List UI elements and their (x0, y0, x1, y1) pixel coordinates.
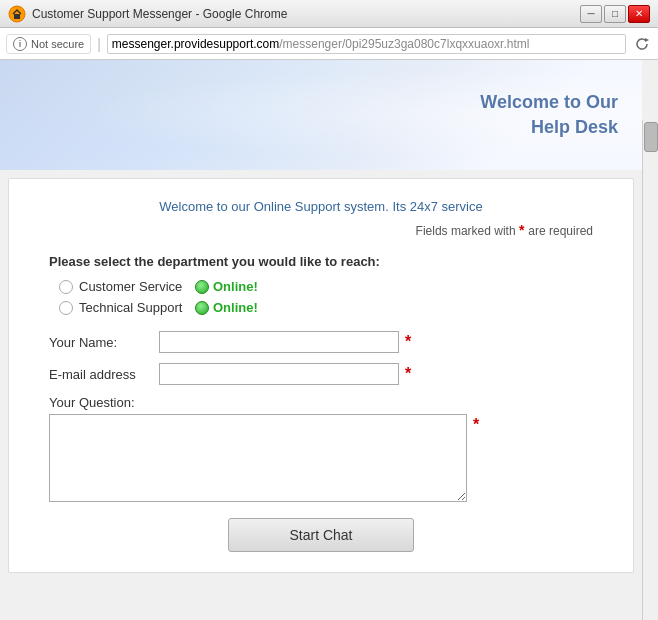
form-area: Welcome to our Online Support system. It… (8, 178, 634, 573)
email-label: E-mail address (49, 367, 159, 382)
scroll-thumb[interactable] (644, 122, 658, 152)
name-label: Your Name: (49, 335, 159, 350)
question-required-star: * (473, 416, 479, 434)
radio-technical-support[interactable] (59, 301, 73, 315)
reload-icon[interactable] (632, 34, 652, 54)
question-label: Your Question: (49, 395, 593, 410)
content-wrapper: Welcome to Our Help Desk Welcome to our … (0, 60, 642, 581)
banner: Welcome to Our Help Desk (0, 60, 642, 170)
url-path: /messenger/0pi295uz3ga080c7lxqxxuaoxr.ht… (279, 37, 529, 51)
email-required-star: * (405, 365, 411, 383)
svg-marker-2 (645, 38, 649, 42)
close-button[interactable]: ✕ (628, 5, 650, 23)
online-text-cs: Online! (213, 279, 258, 294)
title-bar: Customer Support Messenger - Google Chro… (0, 0, 658, 28)
required-note: Fields marked with * are required (49, 222, 593, 238)
dept-row-customer-service: Customer Service Online! (59, 279, 593, 294)
question-input-row: * (49, 414, 593, 502)
url-bar[interactable]: messenger.providesupport.com/messenger/0… (107, 34, 626, 54)
required-suffix: are required (528, 224, 593, 238)
security-label: Not secure (31, 38, 84, 50)
online-indicator-ts: Online! (195, 300, 258, 315)
app-icon (8, 5, 26, 23)
department-label: Please select the department you would l… (49, 254, 593, 269)
welcome-text: Welcome to our Online Support system. It… (49, 199, 593, 214)
radio-customer-service[interactable] (59, 280, 73, 294)
email-input[interactable] (159, 363, 399, 385)
dept-row-technical-support: Technical Support Online! (59, 300, 593, 315)
question-textarea[interactable] (49, 414, 467, 502)
title-bar-left: Customer Support Messenger - Google Chro… (8, 5, 287, 23)
department-options: Customer Service Online! Technical Suppo… (59, 279, 593, 315)
green-dot-ts (195, 301, 209, 315)
dept-name-technical-support: Technical Support (79, 300, 189, 315)
info-icon: i (13, 37, 27, 51)
minimize-button[interactable]: ─ (580, 5, 602, 23)
browser-viewport: Welcome to Our Help Desk Welcome to our … (0, 60, 658, 581)
start-chat-button[interactable]: Start Chat (228, 518, 413, 552)
question-area: Your Question: * (49, 395, 593, 502)
required-star: * (519, 222, 528, 238)
separator: | (97, 36, 101, 52)
address-bar: i Not secure | messenger.providesupport.… (0, 28, 658, 60)
maximize-button[interactable]: □ (604, 5, 626, 23)
banner-line2: Help Desk (480, 115, 618, 140)
banner-text: Welcome to Our Help Desk (480, 90, 642, 140)
svg-rect-1 (14, 14, 20, 19)
online-indicator-cs: Online! (195, 279, 258, 294)
name-input[interactable] (159, 331, 399, 353)
submit-row: Start Chat (49, 518, 593, 552)
scrollbar[interactable] (642, 120, 658, 620)
dept-name-customer-service: Customer Service (79, 279, 189, 294)
url-domain: messenger.providesupport.com (112, 37, 279, 51)
name-required-star: * (405, 333, 411, 351)
name-field-row: Your Name: * (49, 331, 593, 353)
welcome-message: Welcome to our Online Support system. It… (159, 199, 482, 214)
required-prefix: Fields marked with (416, 224, 516, 238)
green-dot-cs (195, 280, 209, 294)
window-controls: ─ □ ✕ (580, 5, 650, 23)
online-text-ts: Online! (213, 300, 258, 315)
banner-line1: Welcome to Our (480, 90, 618, 115)
email-field-row: E-mail address * (49, 363, 593, 385)
window-title: Customer Support Messenger - Google Chro… (32, 7, 287, 21)
security-badge: i Not secure (6, 34, 91, 54)
